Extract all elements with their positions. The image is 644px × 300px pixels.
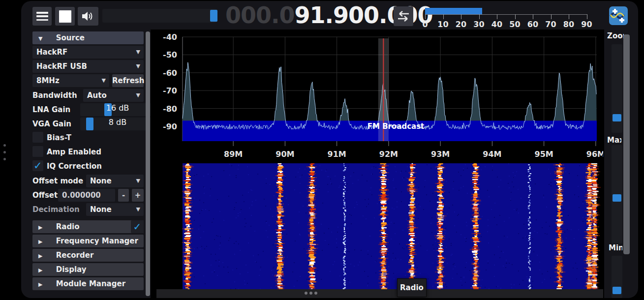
iq-correction-checkbox[interactable]: ✓ (32, 160, 43, 171)
svg-text:96M: 96M (586, 150, 603, 159)
min-slider[interactable] (612, 256, 622, 298)
fft-spectrum-plot[interactable]: -40-50-60-70-80-9089M90M91M92M93M94M95M9… (156, 30, 603, 163)
svg-text:FM Broadcast: FM Broadcast (368, 122, 425, 131)
offset-decrement-button[interactable]: - (118, 189, 129, 202)
zoom-slider[interactable] (612, 44, 622, 133)
chevron-down-icon: ▼ (136, 60, 140, 73)
chevron-down-icon: ▼ (136, 203, 140, 216)
phone-screen: 000.091.900.000 0102030405060708090 (0, 0, 644, 300)
min-slider-handle[interactable] (613, 287, 621, 294)
check-icon: ✓ (131, 220, 144, 233)
bandwidth-select[interactable]: Auto ▼ (83, 89, 144, 102)
samplerate-select[interactable]: 8MHz ▼ (32, 74, 109, 87)
source-panel-header[interactable]: ▼ Source (32, 31, 144, 44)
offset-increment-button[interactable]: + (132, 189, 144, 202)
left-edge-handle-dot (3, 158, 6, 160)
snr-meter-bar (425, 8, 482, 14)
stop-button[interactable] (55, 7, 75, 26)
max-slider-label: Max (607, 136, 621, 146)
snr-tick-label: 0 (418, 20, 432, 29)
svg-text:92M: 92M (379, 150, 398, 159)
module-header-module-manager[interactable]: ▶ Module Manager (32, 277, 144, 290)
snr-tick-label: 90 (580, 20, 594, 29)
snr-tick (551, 14, 552, 19)
snr-tick (497, 14, 497, 19)
module-label: Display (56, 265, 87, 274)
tooltip-text: Radio (400, 283, 424, 292)
waterfall-display[interactable] (156, 163, 603, 289)
module-label: Frequency Manager (56, 237, 138, 245)
svg-text:-50: -50 (163, 50, 177, 60)
module-label: Radio (56, 222, 80, 231)
offset-input[interactable]: 0.000000 (58, 189, 115, 202)
svg-text:-80: -80 (163, 104, 177, 114)
amp-enabled-checkbox[interactable]: ✓ (32, 146, 43, 157)
zoom-slider-handle[interactable] (613, 114, 621, 121)
sdrpp-logo (609, 6, 628, 26)
lna-gain-slider[interactable]: 16 dB (80, 103, 155, 116)
snr-tick-label: 80 (562, 20, 576, 29)
source-panel-title: Source (56, 33, 85, 42)
expand-triangle-icon: ▶ (38, 239, 42, 245)
sidebar-scrollbar[interactable] (146, 31, 150, 296)
snr-tick-label: 40 (490, 20, 504, 29)
vga-gain-slider[interactable]: 8 dB (80, 118, 155, 130)
snr-tick-label: 30 (472, 20, 486, 29)
chevron-down-icon: ▼ (136, 46, 140, 59)
expand-triangle-icon: ▶ (38, 281, 42, 288)
offset-mode-value: None (90, 177, 112, 185)
module-label: Module Manager (56, 279, 125, 288)
right-panel-scrollbar[interactable] (623, 34, 630, 254)
bandwidth-value: Auto (87, 91, 107, 100)
resize-handle-dot (314, 292, 317, 295)
resize-handle-dot (309, 292, 312, 295)
radio-enabled-checkbox[interactable]: ✓ (131, 220, 144, 233)
collapse-triangle-icon: ▼ (38, 35, 42, 42)
speaker-icon (81, 10, 95, 22)
module-header-display[interactable]: ▶ Display (32, 263, 144, 276)
max-slider-handle[interactable] (613, 194, 621, 202)
tuning-mode-button[interactable] (394, 6, 413, 26)
module-header-radio[interactable]: ▶ Radio ✓ (32, 220, 144, 233)
offset-mode-select[interactable]: None ▼ (86, 175, 144, 187)
module-header-frequency-manager[interactable]: ▶ Frequency Manager (32, 235, 144, 247)
snr-tick (425, 14, 426, 19)
snr-tick (515, 14, 516, 19)
volume-slider[interactable] (102, 9, 217, 23)
snr-tick-label: 10 (436, 20, 450, 29)
swap-arrows-icon (396, 10, 411, 23)
source-driver-value: HackRF (36, 48, 67, 57)
bias-t-checkbox[interactable]: ✓ (32, 132, 43, 143)
decimation-select[interactable]: None ▼ (86, 203, 144, 216)
snr-tick-label: 50 (508, 20, 522, 29)
snr-tick (533, 14, 533, 19)
snr-tick-label: 60 (526, 20, 540, 29)
svg-text:94M: 94M (483, 150, 501, 159)
resize-handle-dot (305, 292, 307, 295)
snr-tick (479, 14, 480, 19)
module-label: Recorder (56, 251, 94, 260)
snr-tick (569, 14, 569, 19)
max-slider[interactable] (612, 145, 622, 243)
lna-gain-value: 16 dB (80, 103, 155, 113)
source-device-value: HackRF USB (36, 62, 87, 71)
volume-slider-handle[interactable] (210, 10, 217, 22)
source-device-select[interactable]: HackRF USB ▼ (32, 60, 144, 73)
snr-meter-baseline (425, 14, 587, 15)
module-header-recorder[interactable]: ▶ Recorder (32, 249, 144, 262)
svg-text:-60: -60 (163, 68, 177, 78)
menu-button[interactable] (32, 7, 52, 26)
snr-tick-label: 20 (454, 20, 468, 29)
source-driver-select[interactable]: HackRF ▼ (32, 46, 144, 59)
frequency-dim-digits[interactable]: 000.0 (225, 2, 295, 29)
svg-text:-70: -70 (163, 86, 177, 95)
chevron-down-icon: ▼ (136, 89, 140, 102)
refresh-button[interactable]: Refresh (112, 74, 144, 87)
waterfall-resize-bar[interactable] (156, 289, 603, 298)
mute-button[interactable] (78, 7, 98, 26)
amp-enabled-label: Amp Enabled (47, 146, 101, 158)
svg-text:-40: -40 (163, 32, 177, 42)
left-edge-handle-dot (3, 151, 6, 153)
min-slider-label: Min (609, 243, 622, 253)
decimation-value: None (90, 205, 112, 214)
